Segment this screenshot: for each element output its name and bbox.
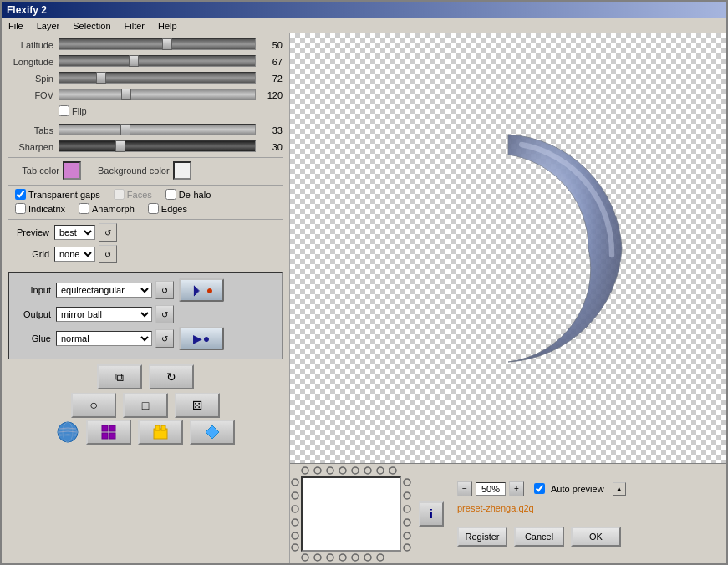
svg-marker-10 [206,425,219,439]
svg-point-11 [302,467,308,474]
longitude-label: Longitude [8,57,59,67]
longitude-slider[interactable] [59,55,256,67]
io-section: Input equirectangular cylindrical spheri… [8,272,283,359]
grid-reset-btn[interactable]: ↺ [99,245,117,263]
spin-value: 72 [256,74,283,84]
longitude-row: Longitude 67 [8,55,283,69]
thumbnail-box [301,476,401,552]
divider-2 [8,157,283,158]
action-btn-row-2: ○ □ ⚄ [8,393,283,418]
anamorph-item: Anamorph [79,203,135,214]
preview-select[interactable]: best fast none [54,225,95,240]
edges-label: Edges [161,204,187,214]
thumbnail-wrapper [297,468,405,560]
svg-point-29 [404,519,410,526]
sharpen-label: Sharpen [8,142,59,152]
menu-selection[interactable]: Selection [69,20,114,32]
svg-point-18 [389,467,396,474]
tabs-slider[interactable] [59,124,256,135]
rotate-btn[interactable]: ↻ [149,364,194,389]
play-btn-2[interactable]: ▶ ● [179,327,224,350]
circle-btn[interactable]: ○ [71,393,116,418]
transparent-gaps-label: Transparent gaps [28,190,100,200]
ok-btn[interactable]: OK [571,527,621,547]
square-btn[interactable]: □ [123,393,168,418]
grid-btn[interactable] [86,420,131,445]
svg-point-31 [404,544,410,551]
tab-color-picker[interactable] [63,161,81,180]
menu-help[interactable]: Help [155,20,181,32]
tab-color-label: Tab color [8,165,63,176]
dehalo-checkbox[interactable] [165,189,176,200]
spin-label: Spin [8,74,59,84]
fov-label: FOV [8,90,59,100]
input-reset-btn[interactable]: ↺ [155,281,174,299]
title-bar: Flexify 2 [2,2,726,18]
auto-preview-checkbox[interactable] [534,483,545,494]
main-window: Flexify 2 File Layer Selection Filter He… [0,0,728,565]
grid-row: Grid none lines dots ↺ [8,245,283,263]
svg-point-26 [404,479,410,486]
sharpen-slider[interactable] [59,140,256,152]
svg-point-22 [339,554,346,561]
output-select[interactable]: mirror ball angular cylindrical [56,307,152,322]
preview-reset-btn[interactable]: ↺ [99,223,117,242]
edges-item: Edges [148,203,187,214]
register-btn[interactable]: Register [457,527,507,547]
zoom-minus-btn[interactable]: − [457,481,472,496]
faces-checkbox[interactable] [114,189,125,200]
bg-color-picker[interactable] [173,161,191,180]
dehalo-label: De-halo [179,190,211,200]
transparent-gaps-checkbox[interactable] [15,189,26,200]
svg-point-12 [314,467,321,474]
edges-checkbox[interactable] [148,203,159,214]
preview-label: Preview [8,227,54,237]
copy-btn[interactable]: ⧉ [97,364,142,389]
spin-row: Spin 72 [8,72,283,85]
fov-slider[interactable] [59,89,256,100]
cancel-btn[interactable]: Cancel [514,527,564,547]
dice-btn[interactable]: ⚄ [175,393,220,418]
grid-label: Grid [8,249,54,259]
checkbox-group-1: Transparent gaps Faces De-halo [8,189,283,200]
play-btn[interactable]: ⏵ ● [179,278,224,302]
flip-row: Flip [8,105,283,116]
output-reset-btn[interactable]: ↺ [155,305,174,323]
menu-file[interactable]: File [5,20,27,32]
indicatrix-checkbox[interactable] [15,203,26,214]
svg-rect-6 [109,433,115,439]
latitude-slider-container [59,38,256,52]
glue-select[interactable]: normal add subtract [56,331,152,346]
svg-rect-3 [102,425,108,431]
zoom-plus-btn[interactable]: + [509,481,524,496]
input-label: Input [14,285,56,295]
sharpen-value: 30 [256,142,283,152]
glue-label: Glue [14,333,56,344]
menu-layer[interactable]: Layer [33,20,64,32]
spin-slider[interactable] [59,72,256,84]
diamond-btn[interactable] [190,420,235,445]
info-btn[interactable]: i [419,501,444,527]
latitude-slider[interactable] [59,38,256,50]
flip-checkbox[interactable] [59,105,69,116]
output-label: Output [14,309,56,319]
expand-btn[interactable]: ▲ [613,482,626,496]
anamorph-checkbox[interactable] [79,203,89,214]
longitude-slider-container [59,55,256,69]
auto-preview-row: Auto preview ▲ [534,482,626,496]
divider-5 [8,267,283,267]
content-area: Latitude 50 Longitude 67 Spin [2,33,726,563]
indicatrix-item: Indicatrix [15,203,65,214]
tabs-slider-container [59,124,256,137]
lego-btn[interactable] [138,420,183,445]
action-btn-row-1: ⧉ ↻ [8,364,283,389]
grid-select[interactable]: none lines dots [54,247,95,262]
output-row: Output mirror ball angular cylindrical ↺ [14,305,277,323]
color-row: Tab color Background color [8,161,283,180]
glue-reset-btn[interactable]: ↺ [155,329,174,348]
svg-point-30 [404,532,410,539]
input-select[interactable]: equirectangular cylindrical spherical [56,282,152,298]
menu-filter[interactable]: Filter [121,20,148,32]
svg-point-16 [364,467,371,474]
sharpen-slider-container [59,140,256,154]
